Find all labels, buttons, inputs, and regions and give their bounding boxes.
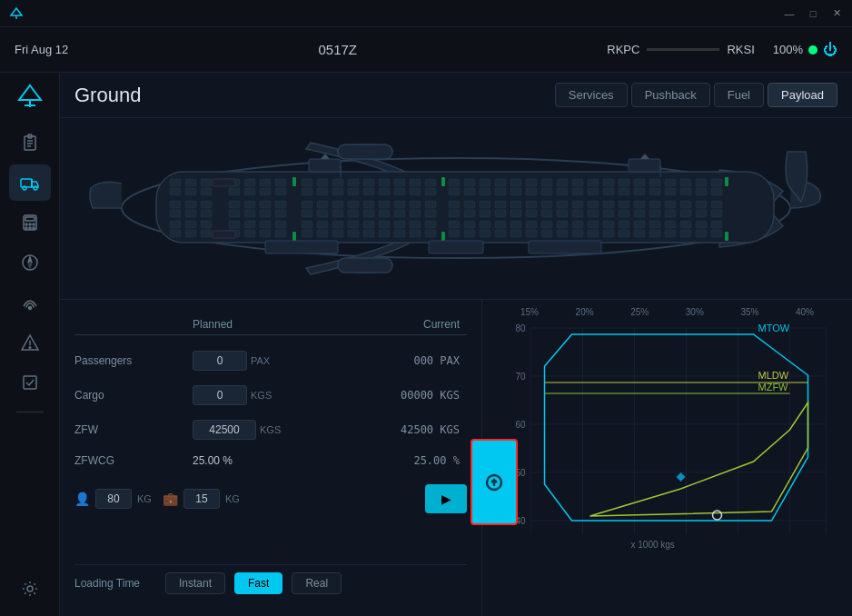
- svg-rect-15: [25, 217, 35, 221]
- sidebar-item-compass[interactable]: [9, 244, 51, 281]
- tab-services[interactable]: Services: [555, 83, 628, 107]
- svg-rect-108: [363, 210, 374, 217]
- svg-point-28: [29, 347, 31, 349]
- svg-rect-202: [603, 230, 614, 237]
- svg-rect-207: [619, 221, 629, 228]
- svg-marker-2: [19, 85, 41, 100]
- svg-rect-167: [526, 179, 537, 186]
- svg-rect-114: [379, 210, 390, 217]
- svg-rect-84: [302, 210, 312, 217]
- svg-rect-45: [185, 201, 196, 208]
- cargo-row: Cargo KGS 00000 KGS: [74, 383, 467, 408]
- svg-rect-89: [317, 201, 328, 208]
- svg-rect-39: [170, 201, 181, 208]
- pax-weight-input[interactable]: [95, 489, 132, 509]
- zfw-input[interactable]: [193, 420, 256, 440]
- maximize-button[interactable]: □: [807, 7, 819, 20]
- mtow-label: MTOW: [758, 323, 790, 333]
- svg-point-16: [25, 224, 27, 225]
- svg-rect-62: [244, 188, 255, 195]
- svg-rect-195: [588, 221, 599, 228]
- date-display: Fri Aug 12: [15, 43, 68, 56]
- loading-fast-btn[interactable]: Fast: [234, 572, 282, 594]
- cargo-weight-group: 💼 KG: [163, 489, 240, 509]
- svg-rect-95: [332, 201, 343, 208]
- svg-rect-196: [588, 230, 599, 237]
- svg-rect-142: [449, 230, 460, 237]
- svg-rect-122: [394, 230, 405, 237]
- svg-rect-38: [170, 188, 181, 195]
- svg-rect-65: [244, 221, 255, 228]
- svg-rect-216: [649, 188, 660, 195]
- svg-rect-86: [302, 230, 312, 237]
- svg-point-17: [29, 224, 31, 225]
- svg-rect-175: [541, 201, 552, 208]
- loading-real-btn[interactable]: Real: [292, 572, 342, 594]
- passengers-input-group: PAX: [193, 351, 330, 371]
- svg-rect-145: [464, 201, 475, 208]
- y-label-60: 60: [516, 420, 527, 430]
- svg-rect-233: [696, 179, 707, 186]
- loading-instant-btn[interactable]: Instant: [165, 572, 225, 594]
- cg-chart-svg: 80 70 60 50 40: [493, 321, 841, 589]
- svg-rect-67: [260, 179, 271, 186]
- power-icon: ⏻: [823, 42, 837, 58]
- svg-rect-210: [634, 188, 645, 195]
- tab-fuel[interactable]: Fuel: [714, 83, 764, 107]
- svg-rect-71: [260, 221, 271, 228]
- svg-rect-85: [302, 221, 312, 228]
- svg-rect-127: [410, 221, 421, 228]
- svg-rect-47: [185, 221, 196, 228]
- sidebar-item-clipboard[interactable]: [9, 124, 51, 161]
- pax-kg-unit: KG: [137, 493, 152, 504]
- svg-rect-182: [557, 210, 568, 217]
- svg-rect-183: [557, 221, 568, 228]
- svg-rect-221: [665, 179, 676, 186]
- tab-payload[interactable]: Payload: [768, 83, 837, 107]
- zfw-row: ZFW KGS 42500 KGS: [74, 417, 467, 442]
- mzfw-label: MZFW: [758, 382, 789, 392]
- sidebar-item-truck[interactable]: [9, 164, 51, 201]
- zfw-label: ZFW: [74, 423, 193, 436]
- svg-rect-100: [348, 188, 359, 195]
- svg-rect-229: [680, 201, 691, 208]
- svg-rect-141: [449, 221, 460, 228]
- svg-rect-130: [425, 188, 436, 195]
- zfw-current: 42500 KGS: [330, 423, 467, 436]
- sidebar-item-settings[interactable]: [9, 571, 51, 607]
- cargo-weight-input[interactable]: [183, 489, 220, 509]
- svg-point-30: [27, 586, 33, 591]
- svg-rect-154: [480, 230, 490, 237]
- pax-weight-group: 👤 KG: [74, 489, 152, 509]
- passengers-input[interactable]: [193, 351, 247, 371]
- cargo-input[interactable]: [193, 385, 247, 405]
- svg-point-25: [28, 307, 31, 310]
- svg-rect-201: [603, 221, 614, 228]
- battery-display: 100% ⏻: [773, 42, 837, 58]
- svg-rect-10: [21, 179, 32, 187]
- close-button[interactable]: ✕: [830, 7, 843, 20]
- zfwcg-label: ZFWCG: [74, 454, 193, 467]
- sidebar-item-signal[interactable]: [9, 284, 51, 321]
- sidebar-item-warning[interactable]: [9, 324, 51, 361]
- svg-rect-91: [317, 221, 328, 228]
- svg-rect-181: [557, 201, 568, 208]
- svg-rect-72: [260, 230, 271, 237]
- play-button[interactable]: ▶: [425, 484, 467, 513]
- sidebar: [0, 73, 60, 616]
- tab-pushback[interactable]: Pushback: [631, 83, 710, 107]
- cargo-unit: KGS: [251, 390, 272, 401]
- sidebar-item-calculator[interactable]: [9, 204, 51, 241]
- minimize-button[interactable]: —: [783, 7, 796, 20]
- svg-marker-253: [640, 154, 649, 159]
- svg-rect-226: [665, 230, 676, 237]
- upload-panel[interactable]: [471, 439, 518, 525]
- svg-rect-117: [394, 179, 405, 186]
- svg-rect-241: [711, 201, 722, 208]
- svg-rect-243: [711, 221, 722, 228]
- svg-rect-217: [649, 201, 660, 208]
- svg-rect-179: [557, 179, 568, 186]
- svg-rect-242: [711, 210, 722, 217]
- svg-rect-131: [425, 201, 436, 208]
- sidebar-item-checklist[interactable]: [9, 364, 51, 401]
